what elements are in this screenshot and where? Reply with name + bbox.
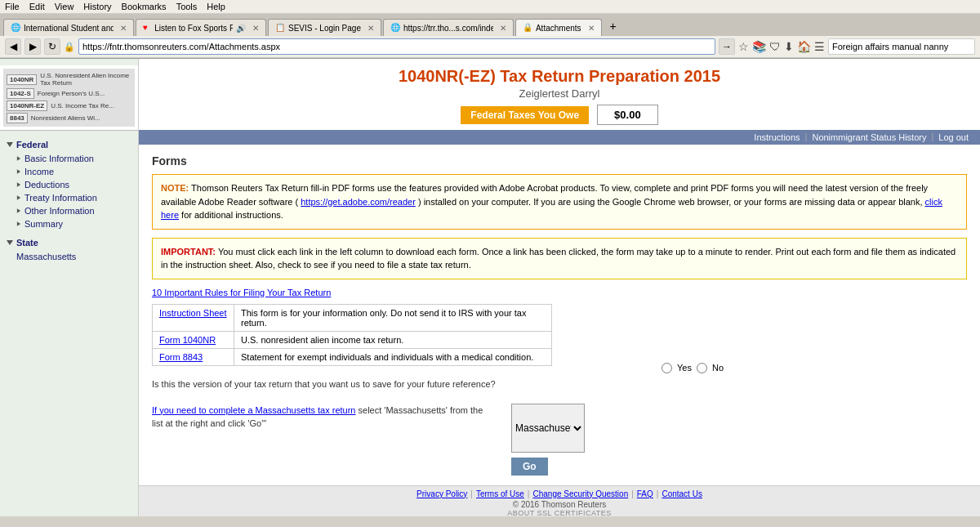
tab-2-close[interactable]: ✕ [252,24,259,33]
menu-view[interactable]: View [55,2,74,11]
shield-icon[interactable]: 🛡 [769,40,781,53]
tab-5-close[interactable]: ✕ [588,24,595,33]
page-subtitle: Zeiglertest Darryl [155,87,964,100]
forward-button[interactable]: ▶ [24,38,41,55]
form-1040nr-link[interactable]: Form 1040NR [159,335,216,345]
contact-us-link[interactable]: Contact Us [662,489,702,498]
bookmarks-icon[interactable]: 📚 [752,40,766,53]
tab-3[interactable]: 📋 SEVIS - Login Page ✕ [268,19,381,36]
table-row: Form 8843 Statement for exempt individua… [153,348,552,365]
form-desc-1042s: Foreign Person's U.S... [38,90,105,97]
note-box: NOTE: Thomson Reuters Tax Return fill-in… [152,174,967,230]
change-security-link[interactable]: Change Security Question [532,489,628,498]
save-question-row: Is this the version of your tax return t… [152,379,724,395]
tab-5-label: Attachments [536,24,581,33]
massachusetts-return-link[interactable]: If you need to complete a Massachusetts … [152,405,355,415]
faq-link[interactable]: FAQ [637,489,653,498]
nav-income[interactable]: Income [0,165,138,178]
home-icon[interactable]: 🏠 [797,40,811,53]
form-8843-link[interactable]: Form 8843 [159,352,203,362]
instruction-sheet-link[interactable]: Instruction Sheet [159,308,227,318]
bookmark-star-icon[interactable]: ☆ [738,40,749,53]
form-1040nr-desc: U.S. nonresident alien income tax return… [234,331,552,348]
nav-massachusetts[interactable]: Massachusetts [0,250,138,263]
menu-file[interactable]: File [5,2,20,11]
form-desc-1040nrez: U.S. Income Tax Re... [51,102,114,109]
nav-state-header[interactable]: State [0,235,138,250]
income-arrow [17,169,20,174]
summary-arrow [17,221,20,226]
tab-2-audio[interactable]: 🔊 [236,24,246,33]
privacy-policy-link[interactable]: Privacy Policy [416,489,467,498]
menu-edit[interactable]: Edit [29,2,45,11]
tab-4-close[interactable]: ✕ [500,24,506,33]
menu-tools[interactable]: Tools [176,2,198,11]
radio-no[interactable] [697,363,707,373]
menu-bookmarks[interactable]: Bookmarks [122,2,167,11]
nav-basic-info[interactable]: Basic Information [0,152,138,165]
basic-info-arrow [17,156,20,161]
refresh-button[interactable]: ↻ [44,38,60,55]
nav-links-bar: Instructions | Nonimmigrant Status Histo… [139,130,980,145]
form-desc-1040nr: U.S. Nonresident Alien Income Tax Return [40,72,131,87]
nav-deductions[interactable]: Deductions [0,178,138,191]
tax-owed-bar: Federal Taxes You Owe $0.00 [155,105,964,125]
nav-federal-header[interactable]: Federal [0,137,138,152]
nav-section: Federal Basic Information Income Deducti… [0,136,138,265]
back-button[interactable]: ◀ [5,38,21,55]
radio-yes[interactable] [662,363,672,373]
menu-bar: File Edit View History Bookmarks Tools H… [0,0,980,14]
note-bold-label: NOTE: [161,183,189,193]
menu-help[interactable]: Help [207,2,225,11]
adobe-reader-link[interactable]: https://get.adobe.com/reader [301,197,416,207]
logo-row-1040nr: 1040NR U.S. Nonresident Alien Income Tax… [7,72,131,87]
url-input[interactable] [78,38,715,55]
form-8843-desc: Statement for exempt individuals and ind… [234,348,552,365]
deductions-arrow [17,182,20,187]
form-desc-8843: Nonresident Aliens Wi... [31,114,100,122]
sidebar: 1040NR U.S. Nonresident Alien Income Tax… [0,59,139,516]
tab-3-favicon: 📋 [275,23,285,33]
forms-section-title: Forms [152,154,967,167]
important-text: You must click each link in the left col… [161,247,956,270]
tab-3-label: SEVIS - Login Page [288,24,361,33]
save-radio-group: Yes No [662,363,724,373]
tab-3-close[interactable]: ✕ [368,24,374,33]
treaty-arrow [17,195,20,200]
tab-5[interactable]: 🔒 Attachments ✕ [515,19,602,36]
tabs-bar: 🌐 International Student and Scho... ✕ ♥ … [0,14,980,36]
instructions-link[interactable]: Instructions [751,132,803,143]
rules-link[interactable]: 10 Important Rules for Filing Your Tax R… [152,288,967,297]
state-select[interactable]: Massachusetts [511,404,585,453]
nav-treaty-info[interactable]: Treaty Information [0,191,138,204]
form-label-1040nr: 1040NR [7,74,37,85]
status-history-link[interactable]: Nonimmigrant Status History [808,132,929,143]
toolbar-icons: ☆ 📚 🛡 ⬇ 🏠 ☰ [738,40,825,53]
nav-summary[interactable]: Summary [0,217,138,230]
logo-row-1040nrez: 1040NR-EZ U.S. Income Tax Re... [7,100,131,111]
tab-1-close[interactable]: ✕ [120,24,127,33]
note-text-2: ) installed on your computer. If you are… [418,197,925,207]
new-tab-button[interactable]: + [604,16,623,36]
nav-other-info[interactable]: Other Information [0,204,138,217]
menu-icon[interactable]: ☰ [814,40,825,53]
menu-history[interactable]: History [83,2,111,11]
tab-2[interactable]: ♥ Listen to Fox Sports Ra... 🔊 ✕ [136,19,266,36]
page-wrapper: 1040NR U.S. Nonresident Alien Income Tax… [0,59,980,516]
state-text: If you need to complete a Massachusetts … [152,404,495,476]
tab-5-favicon: 🔒 [523,23,532,33]
page-header: 1040NR(-EZ) Tax Return Preparation 2015 … [139,59,980,130]
tax-owed-label: Federal Taxes You Owe [461,106,589,124]
terms-of-use-link[interactable]: Terms of Use [476,489,524,498]
tab-1[interactable]: 🌐 International Student and Scho... ✕ [3,19,134,36]
tab-2-favicon: ♥ [143,23,151,33]
nav-summary-label: Summary [24,219,63,229]
federal-label: Federal [16,140,48,150]
go-button[interactable]: → [719,38,735,55]
go-button[interactable]: Go [511,458,548,476]
form-label-8843: 8843 [7,113,28,123]
search-input[interactable] [828,38,975,55]
download-icon[interactable]: ⬇ [784,40,794,53]
tab-4[interactable]: 🌐 https://trr.tho...s.com/index.php ✕ [383,19,514,36]
logout-link[interactable]: Log out [935,132,972,143]
